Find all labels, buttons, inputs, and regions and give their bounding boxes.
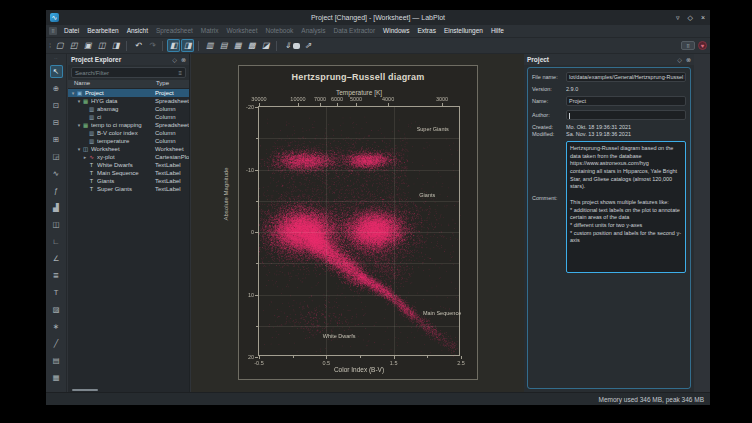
comment-field[interactable]: Hertzsprung-Russel diagram based on the … — [566, 141, 686, 273]
project-explorer-header[interactable]: Project Explorer ◇ ⊗ — [68, 54, 189, 65]
print-preview-button[interactable]: ◨ — [109, 39, 122, 52]
tree-row[interactable]: ▥temperatureColumn — [68, 137, 189, 145]
tree-row[interactable]: TSuper GiantsTextLabel — [68, 185, 189, 193]
minimize-button[interactable]: ▿ — [676, 14, 680, 22]
menu-windows[interactable]: Windows — [379, 25, 413, 37]
top-axis-label[interactable]: Temperature [K] — [258, 89, 460, 96]
share-button[interactable]: ⇗ — [301, 39, 314, 52]
toggle-properties-button[interactable]: ◨ — [181, 39, 194, 52]
zoom-x-select-button[interactable]: ⊟ — [50, 116, 63, 129]
close-dock-icon[interactable]: ⊗ — [686, 56, 691, 63]
add-reference-line-button[interactable]: ╱ — [50, 337, 63, 350]
properties-header[interactable]: Project ◇ ⊗ — [524, 54, 694, 65]
tree-row[interactable]: ▥ciColumn — [68, 113, 189, 121]
zoom-y-select-button[interactable]: ⊞ — [50, 133, 63, 146]
plot-area[interactable]: 300001000070006000500040003000-0.50.51.5… — [258, 106, 460, 356]
worksheet-page[interactable]: Hertzsprung–Russell diagram Temperature … — [238, 65, 478, 380]
tree-row[interactable]: TGiantsTextLabel — [68, 177, 189, 185]
name-field[interactable]: Project — [566, 96, 686, 106]
created-value: Mo. Okt. 18 19:36:31 2021 — [566, 124, 686, 130]
new-project-icon: ▢ — [56, 41, 64, 50]
axis-minor-tick — [256, 201, 258, 202]
save-project-button[interactable]: ▣ — [81, 39, 94, 52]
float-dock-icon[interactable]: ◇ — [677, 56, 682, 63]
crosshair-mode-button[interactable]: ⊕ — [50, 82, 63, 95]
add-curve-button[interactable]: ∿ — [50, 167, 63, 180]
menu-grip-icon: ⠿ — [49, 27, 57, 35]
donate-icon[interactable]: ♥ — [698, 41, 707, 50]
redo-icon: ↷ — [148, 41, 155, 50]
select-mode-button[interactable]: ↖ — [50, 65, 63, 78]
redo-button[interactable]: ↷ — [145, 39, 158, 52]
plot-annotation[interactable]: Super Giants — [417, 126, 449, 132]
float-dock-icon[interactable]: ◇ — [172, 56, 177, 63]
toolbar-handle[interactable]: ⁞ — [49, 41, 50, 50]
undo-button[interactable]: ↶ — [131, 39, 144, 52]
tree-row[interactable]: ▾▣ProjectProject — [68, 89, 189, 97]
search-input[interactable]: Search/Filter ≡ — [71, 67, 186, 78]
tree-row[interactable]: ▸∿xy-plotCartesianPlot — [68, 153, 189, 161]
main-toolbar: ⁞ ▢ ◰ ▣ ◫ ◨ ↶ ↷ ◧ ◨ ▥ ▤ ▦ ▩ ◪ ⇓ ▾ ⇗ ⠿ ♥ — [46, 38, 710, 54]
menu-datei[interactable]: Datei — [60, 25, 83, 37]
grid-line — [259, 232, 459, 233]
new-workbook-button[interactable]: ▤ — [217, 39, 230, 52]
add-second-axis-button[interactable]: ∠ — [50, 252, 63, 265]
file-name-field[interactable]: lot/data/examples/General/Hertzsprung-Ru… — [566, 72, 686, 82]
plot-annotation[interactable]: Giants — [419, 192, 435, 198]
tree-row[interactable]: ▾◫WorksheetWorksheet — [68, 145, 189, 153]
tree-item-type: TextLabel — [155, 170, 189, 176]
filter-icon[interactable]: ≡ — [178, 70, 182, 76]
grid-layout-button[interactable]: ▦ — [50, 371, 63, 384]
new-folder-button[interactable]: ▥ — [203, 39, 216, 52]
worksheet-view[interactable]: Hertzsprung–Russell diagram Temperature … — [191, 54, 524, 392]
tree-row[interactable]: TMain SequenceTextLabel — [68, 169, 189, 177]
add-text-label-button[interactable]: T — [50, 286, 63, 299]
select-mode-icon: ↖ — [53, 67, 59, 76]
print-button[interactable]: ◫ — [95, 39, 108, 52]
add-legend-button[interactable]: ≣ — [50, 269, 63, 282]
tree-row[interactable]: ▾▦temp to ci mappingSpreadsheet — [68, 121, 189, 129]
plot-title[interactable]: Hertzsprung–Russell diagram — [239, 72, 477, 82]
menu-extras[interactable]: Extras — [413, 25, 439, 37]
add-axis-button[interactable]: ∟ — [50, 235, 63, 248]
add-plot-button[interactable]: ◲ — [50, 150, 63, 163]
toolbar-handle[interactable]: ∙∙ — [54, 56, 57, 61]
y-axis-label[interactable]: Absolute Magnitude — [223, 154, 229, 234]
open-project-button[interactable]: ◰ — [67, 39, 80, 52]
plot-annotation[interactable]: Main Sequence — [423, 310, 461, 316]
column-header-type[interactable]: Type — [156, 80, 169, 88]
new-worksheet-button[interactable]: ◪ — [259, 39, 272, 52]
tree-row[interactable]: TWhite DwarfsTextLabel — [68, 161, 189, 169]
column-header-name[interactable]: Name — [68, 80, 156, 88]
vertical-layout-button[interactable]: ▤ — [50, 354, 63, 367]
menu-einstellungen[interactable]: Einstellungen — [440, 25, 487, 37]
new-matrix-button[interactable]: ▩ — [245, 39, 258, 52]
add-text-label-icon: T — [54, 288, 59, 297]
scrollbar-handle[interactable] — [72, 389, 98, 391]
tree-row[interactable]: ▥B-V color indexColumn — [68, 129, 189, 137]
plot-annotation[interactable]: White Dwarfs — [323, 333, 356, 339]
zoom-select-button[interactable]: ⊡ — [50, 99, 63, 112]
author-field[interactable] — [566, 110, 686, 120]
add-custom-point-button[interactable]: ∗ — [50, 320, 63, 333]
tree-row[interactable]: ▥absmagColumn — [68, 105, 189, 113]
x-axis-label[interactable]: Color Index (B-V) — [258, 366, 460, 373]
title-bar[interactable]: ∿ Project [Changed] - [Worksheet] — LabP… — [46, 10, 710, 25]
maximize-button[interactable]: ◇ — [688, 14, 693, 22]
add-boxplot-button[interactable]: ◫ — [50, 218, 63, 231]
import-dropdown-caret[interactable]: ▾ — [293, 43, 300, 49]
close-dock-icon[interactable]: ⊗ — [181, 56, 186, 63]
new-spreadsheet-button[interactable]: ▦ — [231, 39, 244, 52]
new-project-button[interactable]: ▢ — [53, 39, 66, 52]
menu-bearbeiten[interactable]: Bearbeiten — [83, 25, 122, 37]
tree-row[interactable]: ▾▦HYG dataSpreadsheet — [68, 97, 189, 105]
close-button[interactable]: × — [701, 14, 705, 21]
input-method-icon[interactable]: ⠿ — [681, 41, 695, 50]
menu-hilfe[interactable]: Hilfe — [487, 25, 508, 37]
add-equation-curve-button[interactable]: ƒ — [50, 184, 63, 197]
add-histogram-button[interactable]: ▟ — [50, 201, 63, 214]
toggle-project-explorer-button[interactable]: ◧ — [167, 39, 180, 52]
add-reference-line-icon: ╱ — [54, 339, 59, 348]
add-image-button[interactable]: ▨ — [50, 303, 63, 316]
menu-ansicht[interactable]: Ansicht — [123, 25, 152, 37]
